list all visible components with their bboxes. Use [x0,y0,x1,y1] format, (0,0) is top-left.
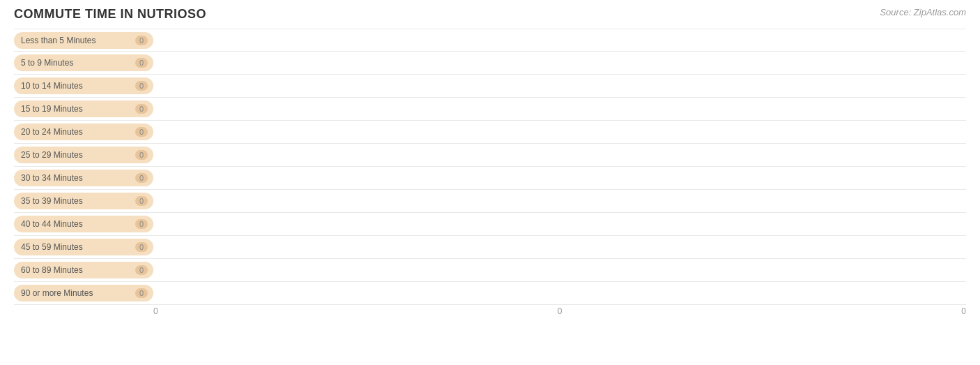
bar-label: 35 to 39 Minutes [21,196,131,206]
x-axis-label: 0 [695,306,966,316]
bar-value: 0 [135,36,148,45]
label-pill: 10 to 14 Minutes0 [14,77,153,94]
bar-row: 20 to 24 Minutes0 [14,121,966,144]
bar-area [153,282,966,304]
bar-label: 90 or more Minutes [21,288,131,298]
bar-area [153,167,966,189]
x-axis: 000 [14,306,966,316]
bar-row: Less than 5 Minutes0 [14,29,966,52]
bar-label: Less than 5 Minutes [21,36,131,45]
bar-area [153,236,966,258]
bar-label: 10 to 14 Minutes [21,81,131,91]
x-axis-label: 0 [424,306,696,316]
bar-label: 5 to 9 Minutes [21,58,131,68]
label-pill: 25 to 29 Minutes0 [14,147,153,163]
bar-area [153,213,966,235]
label-pill: 90 or more Minutes0 [14,285,153,301]
bar-value: 0 [135,219,148,229]
bar-area [153,259,966,281]
bar-row: 25 to 29 Minutes0 [14,144,966,167]
label-pill: 45 to 59 Minutes0 [14,239,153,255]
bar-value: 0 [135,81,148,91]
label-pill: 30 to 34 Minutes0 [14,170,153,186]
label-pill: 35 to 39 Minutes0 [14,193,153,209]
bar-area [153,75,966,97]
bar-value: 0 [135,196,148,206]
bar-row: 45 to 59 Minutes0 [14,236,966,259]
bar-label: 20 to 24 Minutes [21,127,131,137]
label-pill: 20 to 24 Minutes0 [14,124,153,140]
bar-value: 0 [135,242,148,252]
label-pill: 15 to 19 Minutes0 [14,100,153,117]
bar-area [153,121,966,143]
bar-row: 10 to 14 Minutes0 [14,75,966,98]
bar-area [153,52,966,74]
bar-row: 90 or more Minutes0 [14,282,966,305]
bar-label: 30 to 34 Minutes [21,173,131,183]
bar-value: 0 [135,150,148,160]
label-pill: 60 to 89 Minutes0 [14,262,153,278]
label-pill: 5 to 9 Minutes0 [14,54,153,71]
bar-value: 0 [135,265,148,275]
bar-value: 0 [135,58,148,68]
bar-label: 60 to 89 Minutes [21,265,131,275]
bar-row: 5 to 9 Minutes0 [14,52,966,75]
x-axis-label: 0 [153,306,424,316]
bar-label: 45 to 59 Minutes [21,242,131,252]
bar-label: 25 to 29 Minutes [21,150,131,160]
bar-label: 40 to 44 Minutes [21,219,131,229]
chart-body: Less than 5 Minutes05 to 9 Minutes010 to… [14,29,966,305]
bar-value: 0 [135,104,148,114]
chart-source: Source: ZipAtlas.com [880,7,966,17]
bar-area [153,144,966,166]
bar-area [153,29,966,51]
bar-value: 0 [135,173,148,183]
bar-label: 15 to 19 Minutes [21,104,131,114]
bar-area [153,190,966,212]
bar-row: 35 to 39 Minutes0 [14,190,966,213]
label-pill: 40 to 44 Minutes0 [14,216,153,232]
chart-title: COMMUTE TIME IN NUTRIOSO [14,7,206,22]
bar-area [153,98,966,120]
chart-container: COMMUTE TIME IN NUTRIOSO Source: ZipAtla… [0,0,980,365]
chart-header: COMMUTE TIME IN NUTRIOSO Source: ZipAtla… [14,7,966,22]
bar-row: 30 to 34 Minutes0 [14,167,966,190]
bar-row: 60 to 89 Minutes0 [14,259,966,282]
bar-row: 40 to 44 Minutes0 [14,213,966,236]
bar-value: 0 [135,288,148,298]
bar-value: 0 [135,127,148,137]
label-pill: Less than 5 Minutes0 [14,32,153,49]
bar-row: 15 to 19 Minutes0 [14,98,966,121]
